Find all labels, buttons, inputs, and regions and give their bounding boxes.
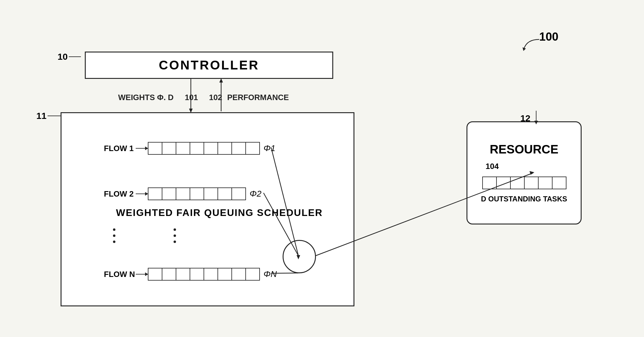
flow-2-row: FLOW 2 Φ2 [104,187,261,200]
resource-cell [510,177,525,189]
queue-cell [176,142,190,155]
resource-box: RESOURCE 104 D OUTSTANDING TASKS [466,121,582,224]
flow-n-label: FLOW N [104,270,136,279]
ref-11: 11 [36,111,46,121]
dots-group [113,228,115,243]
resource-cell [538,177,553,189]
queue-cell [190,268,204,281]
queue-cell [217,142,232,155]
flow-2-label: FLOW 2 [104,189,136,199]
queue-cell [190,187,204,200]
ref-12-arrow [532,111,541,126]
phi-n-label: ΦN [264,269,277,279]
queue-cell [162,187,176,200]
queue-cell [148,268,162,281]
queue-cell [148,142,162,155]
flow-2-arrow [136,194,148,194]
flow-1-queue [148,142,259,155]
queue-cell [190,142,204,155]
phi-2-label: Φ2 [250,189,261,199]
dot [113,241,115,243]
controller-box: CONTROLLER [85,52,333,79]
dot [113,234,115,237]
queue-cell [231,268,246,281]
ref-104: 104 [486,162,499,171]
queue-cell [204,268,218,281]
ref-12-group: 12 [520,111,541,126]
flow-n-queue [148,268,259,281]
phi-1-label: Φ1 [264,143,275,153]
dots-group-2 [174,228,176,243]
dot [174,241,176,243]
ref-11-arrow [48,113,64,119]
svg-marker-12 [219,78,223,83]
dot [174,234,176,237]
dot [174,228,176,231]
svg-text:101: 101 [185,93,198,102]
queue-cell [148,187,162,200]
queue-cell [176,268,190,281]
controller-label: CONTROLLER [159,58,259,72]
resource-queue [482,177,566,189]
queue-cell [245,268,260,281]
resource-cell [482,177,497,189]
queue-cell [245,142,260,155]
queue-cell [162,268,176,281]
flow-1-label: FLOW 1 [104,144,136,153]
queue-cell [204,142,218,155]
queue-cell [231,187,246,200]
queue-cell [217,268,232,281]
svg-marker-4 [534,121,538,124]
flow-2-queue [148,187,245,200]
queue-cell [231,142,246,155]
flow-n-row: FLOW N ΦN [104,268,277,281]
queue-cell [176,187,190,200]
queue-cell [204,187,218,200]
resource-cell [524,177,539,189]
dot [113,228,115,231]
ref-100-arrow [521,36,545,55]
svg-text:102: 102 [209,93,222,102]
ref-12: 12 [520,113,530,123]
ref-10-arrow [69,54,84,60]
ref-10: 10 [58,52,68,62]
svg-text:WEIGHTS Φ. D: WEIGHTS Φ. D [118,93,174,102]
outstanding-label: D OUTSTANDING TASKS [481,195,567,203]
flow-1-arrow [136,148,148,149]
ref-11-group: 11 [36,111,64,121]
ref-10-group: 10 [58,52,84,62]
scheduler-circle [283,240,316,273]
resource-cell [552,177,566,189]
resource-label: RESOURCE [490,143,559,156]
wfq-box: WEIGHTED FAIR QUEUING SCHEDULER FLOW 1 Φ… [61,112,354,306]
flow-1-row: FLOW 1 Φ1 [104,142,275,155]
wfq-label: WEIGHTED FAIR QUEUING SCHEDULER [116,207,323,218]
svg-text:PERFORMANCE: PERFORMANCE [227,93,289,102]
resource-cell [496,177,511,189]
queue-cell [162,142,176,155]
queue-cell [217,187,232,200]
flow-n-arrow [136,274,148,275]
diagram-container: 100 10 CONTROLLER WEIGHTED FAIR QUEUING … [30,24,606,312]
